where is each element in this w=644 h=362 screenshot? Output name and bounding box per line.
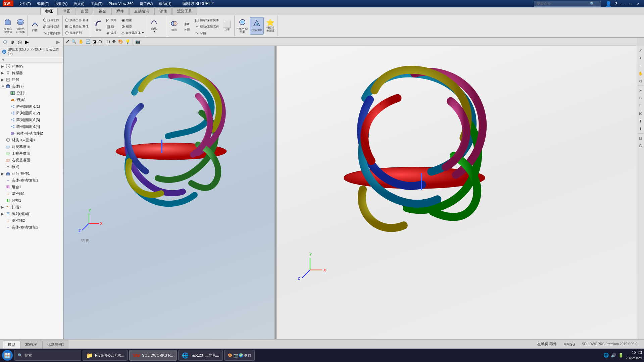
panel-more-icon[interactable]: ▶ (24, 39, 30, 45)
menu-window[interactable]: 窗口(W) (138, 1, 155, 6)
sweep2-expand[interactable]: ▶ (1, 205, 5, 209)
revolve-boss-btn[interactable]: 旋转凸台/基体 (14, 17, 27, 35)
vt-right[interactable]: R (637, 110, 644, 117)
tree-item-sweep1[interactable]: 扫描1 (0, 96, 63, 103)
panel-collapse-icon[interactable]: ▶ (55, 39, 61, 45)
flatten-btn[interactable]: ⬜ 压平 (221, 17, 233, 35)
ref-geometry-btn[interactable]: ◇ 参考几何体 ▼ (120, 30, 146, 36)
tree-item-pattern2[interactable]: 阵列(圆周)1[2] (0, 110, 63, 116)
zoom-icon[interactable]: 🔍 (71, 39, 77, 45)
vt-pan[interactable]: ✋ (637, 70, 644, 77)
ref-geometry-dropdown[interactable]: ▼ (142, 31, 145, 35)
tree-item-axis1[interactable]: ↕ 基准轴1 (0, 190, 63, 197)
tab-direct-edit[interactable]: 直接编辑 (129, 7, 154, 15)
feature-name-btn[interactable]: ⭐ 特征名称深度 (264, 17, 277, 35)
vt-shaded[interactable]: ◻ (637, 135, 644, 141)
lighting-icon[interactable]: 💡 (125, 39, 131, 45)
section-view-icon[interactable]: ◪ (92, 39, 97, 45)
annotation-expand[interactable]: ▶ (1, 78, 5, 82)
instant3d-btn[interactable]: 3D Instant3D (250, 17, 264, 35)
display-style-icon[interactable]: ◻ (106, 39, 111, 45)
search-taskbar[interactable]: 🔍 搜索 (14, 350, 81, 361)
tree-item-axis2[interactable]: ↕ 基准轴2 (0, 217, 63, 224)
fillet-btn[interactable]: 圆角 (92, 17, 104, 35)
tree-item-origin[interactable]: ✦ 原点 (0, 163, 63, 170)
hide-show-icon[interactable]: 👁 (111, 39, 117, 45)
history-expand[interactable]: ▶ (1, 64, 5, 68)
vt-iso[interactable]: I (637, 125, 644, 132)
pan-icon[interactable]: ✋ (78, 39, 84, 45)
tab-sheet-metal[interactable]: 钣金 (94, 7, 111, 15)
menu-tools[interactable]: 工具(T) (89, 1, 105, 6)
tree-item-top-plane[interactable]: 上视基准面 (0, 150, 63, 157)
menu-help[interactable]: 帮助(H) (157, 1, 173, 6)
realview-btn[interactable]: RealView图形 (236, 17, 249, 35)
taskbar-app-browser[interactable]: 🌐 hao123_上网从... (178, 350, 223, 361)
taskbar-app-sw[interactable]: SW SOLIDWORKS P... (129, 350, 177, 361)
curves-dropdown[interactable]: ▼ (153, 30, 155, 33)
tree-item-split1[interactable]: 分割1 (0, 90, 63, 96)
flex-btn[interactable]: 〜 弯曲 (194, 30, 220, 37)
tree-item-move-copy2[interactable]: → 实体-移动/复制2 (0, 130, 63, 137)
minimize-btn[interactable]: — (618, 1, 626, 6)
wrap-btn[interactable]: ◉ 包覆 (120, 17, 146, 23)
sweep-cut-btn[interactable]: 〜 扫描切除 (42, 30, 61, 37)
search-box[interactable]: 🔍 (534, 1, 601, 7)
panel-add-icon[interactable]: ⊕ (9, 39, 15, 45)
tree-item-move-solid1[interactable]: ↔ 实体-移动/复制1 (0, 177, 63, 184)
menu-edit[interactable]: 编辑(E) (35, 1, 51, 6)
vt-wireframe[interactable]: ⬡ (637, 142, 644, 149)
taskbar-app-explorer[interactable]: 📁 H:\微信公众号\0... (83, 350, 128, 361)
tree-item-sensor[interactable]: ▶ 传感器 (0, 69, 63, 76)
vt-rotate[interactable]: ↺ (637, 78, 644, 85)
tree-item-front-plane[interactable]: 前视基准面 (0, 143, 63, 150)
extrude-boss-btn[interactable]: 拉伸凸台/基体 (2, 17, 14, 35)
vt-back[interactable]: B (637, 95, 644, 101)
tab-weldment[interactable]: 焊件 (111, 7, 129, 15)
tree-item-circular-pattern1[interactable]: ▶ ⊞ 阵列(圆周)1 (0, 210, 63, 217)
sweep-btn[interactable]: 扫描 (29, 17, 41, 35)
boundary-cut-btn[interactable]: ⊟ 边界切割 (64, 36, 90, 38)
tab-surface[interactable]: 曲面 (76, 7, 93, 15)
vt-zoom-out[interactable]: − (637, 62, 644, 69)
tree-item-move-copy-solid2[interactable]: ↔ 实体-移动/复制2 (0, 224, 63, 230)
right-viewport[interactable]: X Y Z (277, 46, 637, 349)
panel-filter-icon[interactable]: ⬡ (2, 39, 8, 45)
tab-evaluate[interactable]: 评估 (154, 7, 172, 15)
view-type-icon[interactable]: ⬡ (98, 39, 102, 45)
tab-feature[interactable]: 特征 (40, 7, 58, 15)
tab-render[interactable]: 渲染工具 (172, 7, 197, 15)
revolve-cut-btn[interactable]: ◎ 旋转切除 (42, 23, 61, 30)
help-icon[interactable]: ? (614, 1, 617, 6)
loft-boss-btn[interactable]: ⬠ 放样凸台/基体 (64, 17, 90, 23)
draft-btn[interactable]: ◈ 拔模 (105, 30, 118, 36)
tree-item-split2[interactable]: ◧ 分割1 (0, 197, 63, 204)
curves-btn[interactable]: 曲线 ▼ (148, 17, 160, 35)
tree-item-combine1[interactable]: 组合1 (0, 184, 63, 190)
appearance-icon[interactable]: 🎨 (117, 39, 124, 45)
vt-top[interactable]: T (637, 118, 644, 124)
left-viewport[interactable]: X Y Z *右视 (64, 46, 275, 349)
tree-item-pattern4[interactable]: 阵列(圆周)1[4] (0, 123, 63, 130)
tab-sketch[interactable]: 草图 (58, 7, 76, 15)
status-tab-3dview[interactable]: 3D视图 (20, 341, 42, 349)
tree-item-history[interactable]: ▶ History (0, 63, 63, 69)
menu-photoview[interactable]: PhotoView 360 (107, 2, 136, 6)
tree-item-pattern3[interactable]: 阵列(圆周)1[3] (0, 116, 63, 123)
tray-network[interactable]: 🌐 (603, 353, 609, 358)
rotate-icon[interactable]: 🔄 (85, 39, 91, 45)
sensor-expand[interactable]: ▶ (1, 71, 5, 75)
tree-item-right-plane[interactable]: 右视基准面 (0, 157, 63, 163)
camera-icon[interactable]: 📷 (135, 39, 141, 45)
boss-extrude1-expand[interactable]: ▶ (1, 172, 5, 175)
vt-front[interactable]: F (637, 87, 644, 94)
split-divider[interactable] (275, 46, 277, 349)
taskbar-misc-apps[interactable]: 🎨 📷 🌍 ⚙ ◻ (224, 350, 255, 361)
vt-zoom-to-fit[interactable]: ⤢ (637, 47, 644, 54)
status-tab-motion[interactable]: 运动算例1 (42, 341, 69, 349)
vt-left[interactable]: L (637, 102, 644, 109)
zoom-to-fit-icon[interactable]: ⤢ (65, 38, 70, 45)
start-button[interactable]: 🪟 (2, 350, 13, 361)
menu-insert[interactable]: 插入(I) (71, 1, 86, 6)
user-icon[interactable]: 👤 (605, 1, 612, 7)
